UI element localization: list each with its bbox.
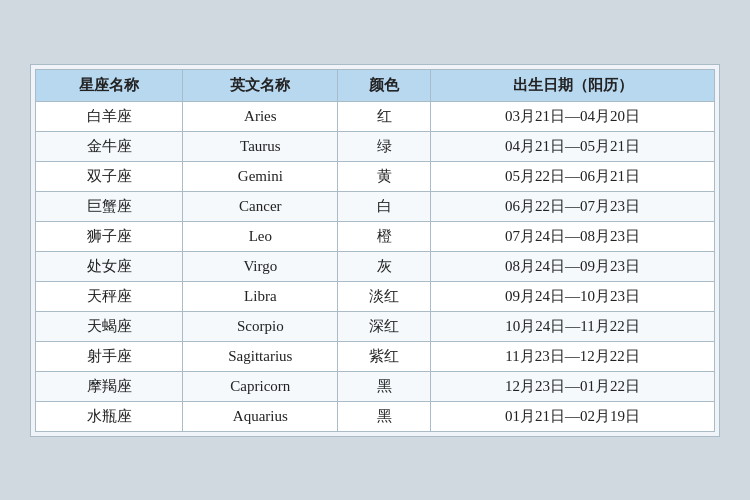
table-row: 处女座Virgo灰08月24日—09月23日 (36, 251, 715, 281)
header-dates: 出生日期（阳历） (431, 69, 715, 101)
table-row: 巨蟹座Cancer白06月22日—07月23日 (36, 191, 715, 221)
cell-dates: 04月21日—05月21日 (431, 131, 715, 161)
cell-english-name: Libra (183, 281, 338, 311)
cell-english-name: Capricorn (183, 371, 338, 401)
cell-color: 深红 (338, 311, 431, 341)
cell-color: 黑 (338, 401, 431, 431)
table-row: 天秤座Libra淡红09月24日—10月23日 (36, 281, 715, 311)
cell-chinese-name: 水瓶座 (36, 401, 183, 431)
cell-chinese-name: 白羊座 (36, 101, 183, 131)
cell-chinese-name: 天蝎座 (36, 311, 183, 341)
cell-dates: 07月24日—08月23日 (431, 221, 715, 251)
cell-dates: 12月23日—01月22日 (431, 371, 715, 401)
cell-english-name: Aquarius (183, 401, 338, 431)
cell-color: 灰 (338, 251, 431, 281)
header-color: 颜色 (338, 69, 431, 101)
table-row: 水瓶座Aquarius黑01月21日—02月19日 (36, 401, 715, 431)
cell-dates: 01月21日—02月19日 (431, 401, 715, 431)
table-header-row: 星座名称 英文名称 颜色 出生日期（阳历） (36, 69, 715, 101)
cell-color: 红 (338, 101, 431, 131)
cell-chinese-name: 天秤座 (36, 281, 183, 311)
zodiac-table-container: 星座名称 英文名称 颜色 出生日期（阳历） 白羊座Aries红03月21日—04… (30, 64, 720, 437)
zodiac-table: 星座名称 英文名称 颜色 出生日期（阳历） 白羊座Aries红03月21日—04… (35, 69, 715, 432)
cell-dates: 03月21日—04月20日 (431, 101, 715, 131)
cell-chinese-name: 金牛座 (36, 131, 183, 161)
table-row: 狮子座Leo橙07月24日—08月23日 (36, 221, 715, 251)
table-row: 天蝎座Scorpio深红10月24日—11月22日 (36, 311, 715, 341)
cell-chinese-name: 双子座 (36, 161, 183, 191)
cell-dates: 06月22日—07月23日 (431, 191, 715, 221)
table-row: 射手座Sagittarius紫红11月23日—12月22日 (36, 341, 715, 371)
table-row: 白羊座Aries红03月21日—04月20日 (36, 101, 715, 131)
table-row: 双子座Gemini黄05月22日—06月21日 (36, 161, 715, 191)
cell-dates: 05月22日—06月21日 (431, 161, 715, 191)
cell-color: 黑 (338, 371, 431, 401)
cell-english-name: Cancer (183, 191, 338, 221)
cell-dates: 09月24日—10月23日 (431, 281, 715, 311)
cell-dates: 10月24日—11月22日 (431, 311, 715, 341)
cell-dates: 08月24日—09月23日 (431, 251, 715, 281)
cell-color: 淡红 (338, 281, 431, 311)
cell-english-name: Aries (183, 101, 338, 131)
cell-english-name: Leo (183, 221, 338, 251)
cell-english-name: Sagittarius (183, 341, 338, 371)
cell-color: 绿 (338, 131, 431, 161)
cell-dates: 11月23日—12月22日 (431, 341, 715, 371)
cell-color: 橙 (338, 221, 431, 251)
header-chinese-name: 星座名称 (36, 69, 183, 101)
header-english-name: 英文名称 (183, 69, 338, 101)
cell-chinese-name: 摩羯座 (36, 371, 183, 401)
cell-chinese-name: 处女座 (36, 251, 183, 281)
cell-english-name: Virgo (183, 251, 338, 281)
cell-chinese-name: 射手座 (36, 341, 183, 371)
table-row: 金牛座Taurus绿04月21日—05月21日 (36, 131, 715, 161)
table-row: 摩羯座Capricorn黑12月23日—01月22日 (36, 371, 715, 401)
cell-color: 紫红 (338, 341, 431, 371)
cell-english-name: Gemini (183, 161, 338, 191)
cell-english-name: Scorpio (183, 311, 338, 341)
cell-chinese-name: 狮子座 (36, 221, 183, 251)
cell-color: 白 (338, 191, 431, 221)
cell-english-name: Taurus (183, 131, 338, 161)
cell-chinese-name: 巨蟹座 (36, 191, 183, 221)
cell-color: 黄 (338, 161, 431, 191)
